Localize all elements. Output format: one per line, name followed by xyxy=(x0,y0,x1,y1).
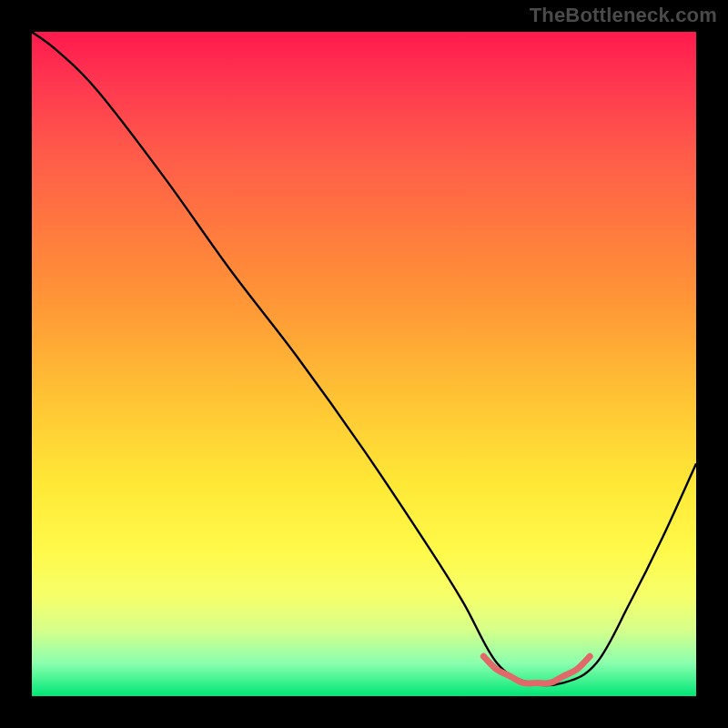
curve-svg xyxy=(32,32,696,696)
plot-area xyxy=(32,32,696,696)
chart-frame: TheBottleneck.com xyxy=(0,0,728,728)
watermark-text: TheBottleneck.com xyxy=(530,4,717,27)
bottleneck-curve xyxy=(32,32,696,685)
